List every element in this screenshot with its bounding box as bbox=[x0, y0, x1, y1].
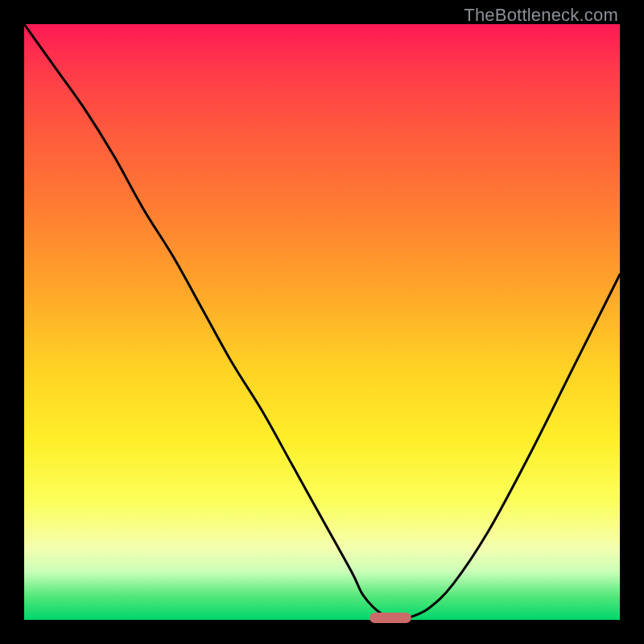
plot-area bbox=[24, 24, 620, 620]
chart-frame: TheBottleneck.com bbox=[0, 0, 644, 644]
bottleneck-curve bbox=[24, 24, 620, 620]
watermark-text: TheBottleneck.com bbox=[464, 5, 618, 26]
optimal-range-marker bbox=[369, 613, 411, 623]
